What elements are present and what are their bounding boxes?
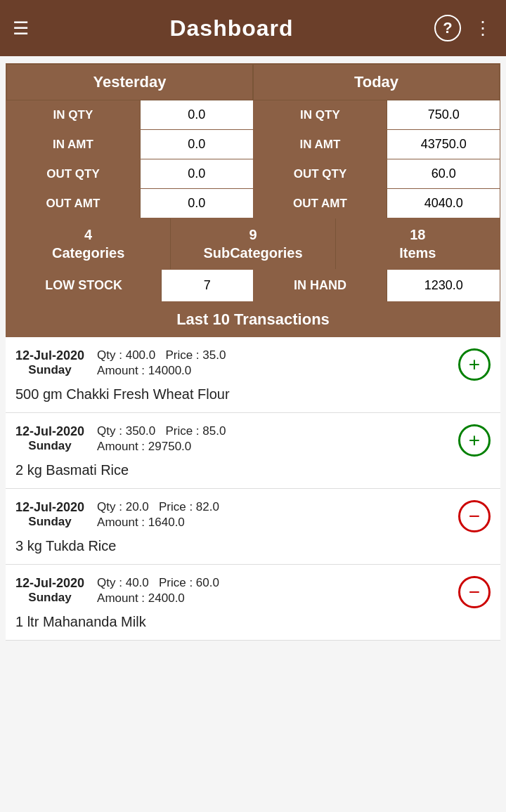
categories-count: 4 bbox=[84, 227, 92, 242]
transaction-qty-price: Qty : 350.0 Price : 85.0 bbox=[97, 424, 458, 438]
transaction-amount: Amount : 29750.0 bbox=[97, 440, 458, 454]
transaction-date: 12-Jul-2020 bbox=[15, 424, 84, 439]
transaction-item[interactable]: 12-Jul-2020 Sunday Qty : 20.0 Price : 82… bbox=[6, 489, 500, 565]
transaction-qty-price: Qty : 20.0 Price : 82.0 bbox=[97, 500, 458, 514]
transaction-meta: 12-Jul-2020 Sunday bbox=[15, 348, 84, 377]
in-amt-row: IN AMT 0.0 IN AMT 43750.0 bbox=[6, 130, 500, 159]
in-qty-row: IN QTY 0.0 IN QTY 750.0 bbox=[6, 100, 500, 130]
transaction-date: 12-Jul-2020 bbox=[15, 348, 84, 363]
transaction-amount: Amount : 2400.0 bbox=[97, 591, 458, 605]
yesterday-in-qty-label: IN QTY bbox=[6, 100, 141, 129]
transaction-top: 12-Jul-2020 Sunday Qty : 400.0 Price : 3… bbox=[15, 348, 491, 381]
transaction-product: 1 ltr Mahananda Milk bbox=[15, 614, 491, 630]
transactions-header: Last 10 Transactions bbox=[6, 302, 500, 337]
transaction-day: Sunday bbox=[15, 515, 84, 529]
page-title: Dashboard bbox=[169, 15, 293, 41]
transaction-item[interactable]: 12-Jul-2020 Sunday Qty : 350.0 Price : 8… bbox=[6, 413, 500, 489]
today-out-amt-value: 4040.0 bbox=[387, 189, 500, 218]
stats-container: Yesterday Today IN QTY 0.0 IN QTY 750.0 … bbox=[6, 63, 500, 302]
categories-label: Categories bbox=[52, 245, 124, 261]
transaction-day: Sunday bbox=[15, 363, 84, 377]
transaction-item[interactable]: 12-Jul-2020 Sunday Qty : 40.0 Price : 60… bbox=[6, 565, 500, 641]
low-stock-row: LOW STOCK 7 IN HAND 1230.0 bbox=[6, 270, 500, 301]
in-hand-label: IN HAND bbox=[254, 270, 388, 301]
transaction-item[interactable]: 12-Jul-2020 Sunday Qty : 400.0 Price : 3… bbox=[6, 337, 500, 413]
transaction-qty-price: Qty : 400.0 Price : 35.0 bbox=[97, 348, 458, 362]
subcategories-label: SubCategories bbox=[203, 245, 302, 261]
subcategories-cell[interactable]: 9 SubCategories bbox=[171, 218, 335, 269]
items-count: 18 bbox=[410, 227, 425, 242]
transaction-product: 500 gm Chakki Fresh Wheat Flour bbox=[15, 386, 491, 402]
transaction-details: Qty : 350.0 Price : 85.0 Amount : 29750.… bbox=[84, 424, 458, 454]
stats-header-row: Yesterday Today bbox=[6, 64, 500, 100]
transaction-product: 3 kg Tukda Rice bbox=[15, 538, 491, 554]
today-in-qty-label: IN QTY bbox=[254, 100, 388, 129]
transaction-details: Qty : 40.0 Price : 60.0 Amount : 2400.0 bbox=[84, 576, 458, 605]
summary-row: 4 Categories 9 SubCategories 18 Items bbox=[6, 218, 500, 270]
transaction-meta: 12-Jul-2020 Sunday bbox=[15, 500, 84, 529]
out-qty-row: OUT QTY 0.0 OUT QTY 60.0 bbox=[6, 159, 500, 189]
yesterday-out-amt-label: OUT AMT bbox=[6, 189, 141, 218]
transaction-day: Sunday bbox=[15, 591, 84, 605]
transaction-qty-price: Qty : 40.0 Price : 60.0 bbox=[97, 576, 458, 590]
transaction-top: 12-Jul-2020 Sunday Qty : 350.0 Price : 8… bbox=[15, 424, 491, 457]
transaction-details: Qty : 20.0 Price : 82.0 Amount : 1640.0 bbox=[84, 500, 458, 530]
menu-icon[interactable]: ☰ bbox=[13, 18, 29, 39]
transactions-list: 12-Jul-2020 Sunday Qty : 400.0 Price : 3… bbox=[0, 337, 506, 641]
categories-cell[interactable]: 4 Categories bbox=[6, 218, 171, 269]
today-in-qty-value: 750.0 bbox=[387, 100, 500, 129]
today-in-amt-value: 43750.0 bbox=[387, 130, 500, 159]
transaction-date: 12-Jul-2020 bbox=[15, 500, 84, 515]
out-amt-row: OUT AMT 0.0 OUT AMT 4040.0 bbox=[6, 189, 500, 218]
transaction-top: 12-Jul-2020 Sunday Qty : 20.0 Price : 82… bbox=[15, 500, 491, 532]
header: ☰ Dashboard ? ⋮ bbox=[0, 0, 506, 56]
yesterday-header: Yesterday bbox=[6, 64, 253, 100]
in-hand-value: 1230.0 bbox=[387, 270, 500, 301]
more-options-icon[interactable]: ⋮ bbox=[474, 18, 493, 39]
header-actions: ? ⋮ bbox=[434, 15, 493, 41]
help-button[interactable]: ? bbox=[434, 15, 461, 41]
minus-icon[interactable]: − bbox=[458, 576, 491, 608]
transaction-meta: 12-Jul-2020 Sunday bbox=[15, 576, 84, 605]
transaction-details: Qty : 400.0 Price : 35.0 Amount : 14000.… bbox=[84, 348, 458, 378]
items-label: Items bbox=[399, 245, 436, 261]
transaction-amount: Amount : 14000.0 bbox=[97, 364, 458, 378]
transaction-amount: Amount : 1640.0 bbox=[97, 516, 458, 530]
yesterday-in-amt-value: 0.0 bbox=[141, 130, 254, 159]
minus-icon[interactable]: − bbox=[458, 500, 491, 532]
today-out-qty-value: 60.0 bbox=[387, 159, 500, 188]
transaction-top: 12-Jul-2020 Sunday Qty : 40.0 Price : 60… bbox=[15, 576, 491, 608]
plus-icon[interactable]: + bbox=[458, 348, 491, 381]
today-out-qty-label: OUT QTY bbox=[254, 159, 388, 188]
yesterday-out-amt-value: 0.0 bbox=[141, 189, 254, 218]
transaction-day: Sunday bbox=[15, 439, 84, 453]
plus-icon[interactable]: + bbox=[458, 424, 491, 457]
low-stock-value: 7 bbox=[162, 270, 253, 301]
transaction-product: 2 kg Basmati Rice bbox=[15, 462, 491, 478]
low-stock-label: LOW STOCK bbox=[6, 270, 162, 301]
today-out-amt-label: OUT AMT bbox=[254, 189, 388, 218]
transaction-meta: 12-Jul-2020 Sunday bbox=[15, 424, 84, 453]
today-header: Today bbox=[253, 64, 500, 100]
subcategories-count: 9 bbox=[249, 227, 257, 242]
transaction-date: 12-Jul-2020 bbox=[15, 576, 84, 591]
yesterday-out-qty-value: 0.0 bbox=[141, 159, 254, 188]
today-in-amt-label: IN AMT bbox=[254, 130, 388, 159]
yesterday-in-qty-value: 0.0 bbox=[141, 100, 254, 129]
yesterday-out-qty-label: OUT QTY bbox=[6, 159, 141, 188]
yesterday-in-amt-label: IN AMT bbox=[6, 130, 141, 159]
items-cell[interactable]: 18 Items bbox=[336, 218, 500, 269]
